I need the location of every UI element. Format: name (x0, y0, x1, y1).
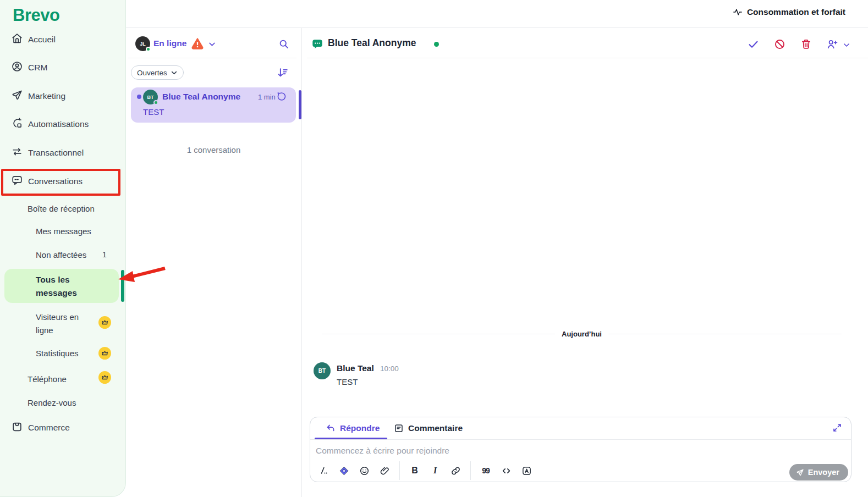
sidebar-item-my-messages[interactable]: Mes messages (36, 227, 91, 236)
tab-reply[interactable]: Répondre (326, 423, 380, 433)
assign-chevron-down-icon[interactable] (843, 41, 850, 51)
panel-divider (301, 28, 302, 497)
paper-plane-icon (11, 89, 23, 103)
agent-initials: JL (140, 41, 146, 47)
block-icon[interactable] (774, 38, 785, 52)
shopping-bag-icon (11, 421, 23, 435)
send-button-label: Envoyer (808, 468, 839, 477)
sidebar-item-label: Accueil (28, 35, 56, 45)
sidebar-item-crm[interactable]: CRM (11, 60, 47, 75)
composer-toolbar: B I 99 (318, 461, 532, 480)
unread-dot (137, 95, 141, 99)
pulse-icon (733, 7, 743, 17)
send-button[interactable]: Envoyer (789, 464, 848, 481)
active-item-indicator (121, 270, 124, 302)
online-presence-dot (146, 47, 151, 52)
sidebar-item-unassigned[interactable]: Non affectées (36, 250, 86, 259)
note-icon (394, 423, 404, 433)
sidebar-item-label: Tous les messages (36, 273, 91, 300)
autotext-icon[interactable] (521, 465, 532, 476)
status-chevron-down-icon[interactable] (208, 40, 216, 51)
sidebar-item-phone[interactable]: Téléphone (28, 373, 67, 385)
conversation-list-item[interactable]: BT Blue Teal Anonyme 1 min TEST (131, 87, 296, 123)
sidebar-item-automations[interactable]: Automatisations (11, 117, 89, 131)
chat-bubble-icon (11, 174, 23, 189)
agent-avatar[interactable]: JL (135, 36, 150, 51)
tab-comment[interactable]: Commentaire (394, 423, 463, 433)
attachment-paperclip-icon[interactable] (379, 465, 390, 476)
sidebar-item-conversations[interactable]: Conversations (11, 174, 83, 189)
sidebar-item-marketing[interactable]: Marketing (11, 89, 65, 103)
sidebar-item-statistics[interactable]: Statistiques (36, 349, 79, 358)
conversation-count: 1 conversation (126, 145, 301, 154)
composer: Répondre Commentaire (310, 417, 851, 482)
list-header-divider (128, 58, 296, 58)
toolbar-separator (399, 461, 400, 480)
message-avatar-initials: BT (318, 368, 326, 374)
toolbar-separator (470, 461, 471, 480)
date-divider: Aujourd’hui (322, 330, 842, 338)
resolve-check-icon[interactable] (748, 38, 759, 52)
contact-avatar: BT (143, 90, 158, 104)
app-window: Brevo Accueil CRM Marketing Automatisati… (0, 0, 868, 497)
italic-icon[interactable]: I (430, 465, 441, 476)
message-avatar: BT (314, 362, 331, 379)
workflow-icon (11, 117, 23, 131)
sidebar-item-label: Téléphone (28, 374, 67, 384)
composer-input[interactable] (316, 444, 701, 457)
sidebar-item-commerce[interactable]: Commerce (11, 421, 70, 435)
divider-line (608, 334, 842, 334)
message-author: Blue Teal (337, 363, 374, 373)
code-icon[interactable] (501, 465, 512, 476)
arrows-cycle-icon (11, 146, 23, 160)
expand-icon[interactable] (832, 423, 842, 433)
user-circle-icon (11, 60, 23, 75)
sidebar-item-label: Marketing (28, 91, 65, 101)
conversation-time: 1 min (258, 93, 276, 101)
conversation-preview: TEST (143, 107, 164, 117)
chevron-down-icon (171, 69, 178, 76)
bold-icon[interactable]: B (409, 465, 420, 476)
trash-icon[interactable] (800, 38, 812, 52)
sidebar-item-label: Conversations (28, 176, 83, 186)
sidebar-item-label: Automatisations (28, 119, 89, 129)
message-text: TEST (337, 377, 358, 386)
sidebar-item-accueil[interactable]: Accueil (11, 32, 56, 47)
search-icon[interactable] (278, 38, 289, 52)
sidebar-item-online-visitors[interactable]: Visiteurs en ligne (36, 311, 90, 337)
send-plane-icon (796, 468, 804, 477)
warning-icon[interactable] (191, 37, 204, 52)
emoji-icon[interactable] (359, 465, 370, 476)
agent-status-label[interactable]: En ligne (153, 38, 186, 48)
usage-and-plan-label: Consommation et forfait (747, 7, 845, 17)
sidebar-item-label: CRM (28, 63, 47, 73)
quote-icon[interactable]: 99 (480, 465, 491, 476)
sidebar-item-transactional[interactable]: Transactionnel (11, 146, 84, 160)
signature-icon[interactable] (318, 465, 329, 476)
conversation-name: Blue Teal Anonyme (162, 92, 240, 102)
link-icon[interactable] (450, 465, 461, 476)
snippet-diamond-icon[interactable] (338, 465, 349, 476)
filter-dropdown[interactable]: Ouvertes (131, 65, 184, 80)
sidebar-item-label: Statistiques (36, 349, 79, 358)
online-status-dot (434, 42, 439, 47)
sort-icon[interactable] (277, 67, 289, 81)
reply-arrow-icon (326, 423, 336, 433)
usage-and-plan-button[interactable]: Consommation et forfait (733, 7, 845, 17)
divider-line (322, 334, 555, 334)
sidebar-item-meetings[interactable]: Rendez-vous (28, 396, 76, 408)
date-divider-label: Aujourd’hui (562, 330, 602, 338)
sidebar-item-label: Visiteurs en ligne (36, 312, 79, 335)
brevo-logo[interactable]: Brevo (13, 5, 59, 25)
tab-label: Répondre (340, 423, 380, 433)
assign-user-plus-icon[interactable] (826, 38, 838, 52)
message-time: 10:00 (380, 365, 399, 373)
sidebar-item-all-messages[interactable]: Tous les messages (4, 269, 119, 303)
tabs-divider (310, 439, 851, 440)
home-icon (11, 32, 23, 47)
sidebar-item-inbox[interactable]: Boîte de réception (28, 202, 95, 214)
sidebar-item-label: Boîte de réception (28, 204, 95, 213)
crown-premium-icon (98, 371, 111, 384)
thread-header-divider (307, 58, 868, 58)
online-presence-dot (153, 100, 158, 105)
